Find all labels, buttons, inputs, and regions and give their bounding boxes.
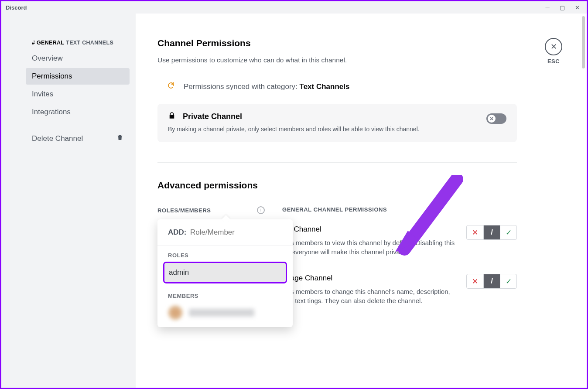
perm-tri-manage: ✕ / ✓	[466, 274, 517, 289]
perm-view-channel: ew Channel ows members to view this chan…	[282, 225, 517, 256]
perm-allow[interactable]: ✓	[500, 274, 516, 288]
roles-header: ROLES	[157, 246, 293, 260]
page-title: Channel Permissions	[157, 38, 569, 48]
role-search-input[interactable]	[190, 228, 269, 237]
perm-neutral[interactable]: /	[483, 274, 500, 288]
private-channel-title: Private Channel	[183, 112, 242, 121]
sync-icon	[167, 82, 175, 92]
sidebar-item-invites[interactable]: Invites	[26, 86, 130, 102]
close-label: ESC	[545, 58, 562, 65]
page-subtitle: Use permissions to customize who can do …	[157, 56, 569, 64]
perm-title: anage Channel	[282, 274, 458, 283]
sidebar-item-permissions[interactable]: Permissions	[26, 68, 130, 85]
perm-allow[interactable]: ✓	[500, 225, 516, 239]
perm-tri-view: ✕ / ✓	[466, 225, 517, 240]
content-area: ✕ ESC Channel Permissions Use permission…	[136, 14, 587, 388]
sync-status: Permissions synced with category: Text C…	[167, 82, 569, 92]
divider	[157, 162, 517, 163]
private-toggle[interactable]	[486, 113, 506, 124]
add-role-button[interactable]: +	[257, 206, 265, 214]
avatar	[168, 305, 183, 320]
member-option[interactable]	[157, 301, 293, 327]
permissions-columns: ROLES/MEMBERS + ADD: ROLES admin MEMBERS	[157, 206, 517, 323]
private-channel-card: Private Channel By making a channel priv…	[157, 104, 517, 142]
perm-desc: ows members to change this channel's nam…	[282, 287, 458, 305]
delete-channel-label: Delete Channel	[32, 134, 83, 143]
sidebar-item-overview[interactable]: Overview	[26, 50, 130, 67]
perm-neutral[interactable]: /	[483, 225, 500, 239]
roles-members-header: ROLES/MEMBERS	[157, 207, 211, 214]
app-name: Discord	[6, 4, 27, 11]
perm-deny[interactable]: ✕	[467, 274, 483, 288]
members-header: MEMBERS	[157, 287, 293, 301]
minimize-button[interactable]: ─	[544, 4, 551, 11]
sync-category: Text Channels	[300, 82, 350, 91]
trash-icon	[116, 134, 123, 143]
titlebar: Discord ─ ▢ ✕	[1, 1, 587, 14]
close-icon: ✕	[545, 38, 562, 55]
toggle-knob	[488, 115, 496, 123]
add-label: ADD:	[168, 228, 187, 236]
sidebar-item-integrations[interactable]: Integrations	[26, 104, 130, 120]
delete-channel-button[interactable]: Delete Channel	[26, 130, 130, 147]
close-window-button[interactable]: ✕	[574, 4, 581, 11]
lock-icon	[168, 112, 176, 121]
window-controls: ─ ▢ ✕	[544, 4, 582, 11]
add-role-popover: ADD: ROLES admin MEMBERS	[157, 219, 293, 327]
advanced-title: Advanced permissions	[157, 180, 569, 191]
member-name-redacted	[189, 309, 254, 317]
scrollbar[interactable]	[582, 16, 585, 68]
private-channel-desc: By making a channel private, only select…	[168, 126, 486, 133]
maximize-button[interactable]: ▢	[559, 4, 566, 11]
settings-sidebar: # GENERALTEXT CHANNELS Overview Permissi…	[1, 14, 136, 388]
sync-text: Permissions synced with category:	[184, 82, 297, 91]
general-perms-header: GENERAL CHANNEL PERMISSIONS	[282, 206, 517, 213]
perm-desc: ows members to view this channel by defa…	[282, 238, 458, 256]
perm-title: ew Channel	[282, 225, 458, 234]
role-option-admin[interactable]: admin	[164, 263, 286, 282]
perm-deny[interactable]: ✕	[467, 225, 483, 239]
sidebar-header: # GENERALTEXT CHANNELS	[32, 40, 130, 46]
perm-manage-channel: anage Channel ows members to change this…	[282, 274, 517, 305]
sidebar-divider	[32, 125, 123, 125]
close-button[interactable]: ✕ ESC	[545, 38, 562, 65]
